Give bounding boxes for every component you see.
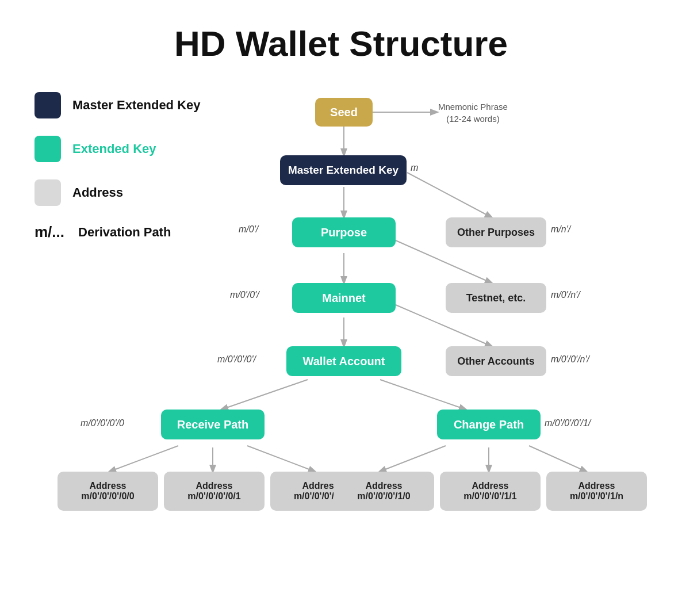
receive-path-path-label: m/0'/0'/0'/0 xyxy=(81,418,124,428)
testnet-node: Testnet, etc. xyxy=(446,283,546,313)
wallet-account-node: Wallet Account xyxy=(286,346,401,376)
svg-line-12 xyxy=(247,446,315,472)
purpose-path-label: m/0'/ xyxy=(239,224,258,235)
addr6-node: Addressm/0'/0'/0'/1/n xyxy=(546,472,647,511)
svg-line-15 xyxy=(529,446,587,472)
other-purposes-node: Other Purposes xyxy=(446,217,546,247)
page-title: HD Wallet Structure xyxy=(0,0,682,81)
svg-line-9 xyxy=(380,380,466,410)
diagram: Seed Mnemonic Phrase(12-24 words) Master… xyxy=(0,81,682,598)
addr5-node: Addressm/0'/0'/0'/1/1 xyxy=(440,472,541,511)
mnemonic-label: Mnemonic Phrase(12-24 words) xyxy=(438,101,508,125)
master-path-label: m xyxy=(411,163,418,173)
svg-line-8 xyxy=(221,380,308,410)
mainnet-path-label: m/0'/0'/ xyxy=(230,290,259,300)
other-accounts-path-label: m/0'/0'/n'/ xyxy=(551,354,589,365)
svg-line-13 xyxy=(380,446,446,472)
addr1-node: Addressm/0'/0'/0'/0/0 xyxy=(58,472,158,511)
svg-line-3 xyxy=(407,173,492,217)
master-node: Master Extended Key xyxy=(280,155,407,185)
change-path-path-label: m/0'/0'/0'/1/ xyxy=(545,418,591,428)
purpose-node: Purpose xyxy=(292,217,396,247)
wallet-account-path-label: m/0'/0'/0'/ xyxy=(217,354,256,365)
addr2-node: Addressm/0'/0'/0'/0/1 xyxy=(164,472,265,511)
testnet-path-label: m/0'/n'/ xyxy=(551,290,580,300)
addr4-node: Addressm/0'/0'/0'/1/0 xyxy=(334,472,434,511)
other-accounts-node: Other Accounts xyxy=(446,346,546,376)
receive-path-node: Receive Path xyxy=(161,410,265,439)
svg-line-10 xyxy=(109,446,178,472)
other-purposes-path-label: m/n'/ xyxy=(551,224,570,235)
seed-node: Seed xyxy=(315,98,373,127)
change-path-node: Change Path xyxy=(437,410,541,439)
mainnet-node: Mainnet xyxy=(292,283,396,313)
